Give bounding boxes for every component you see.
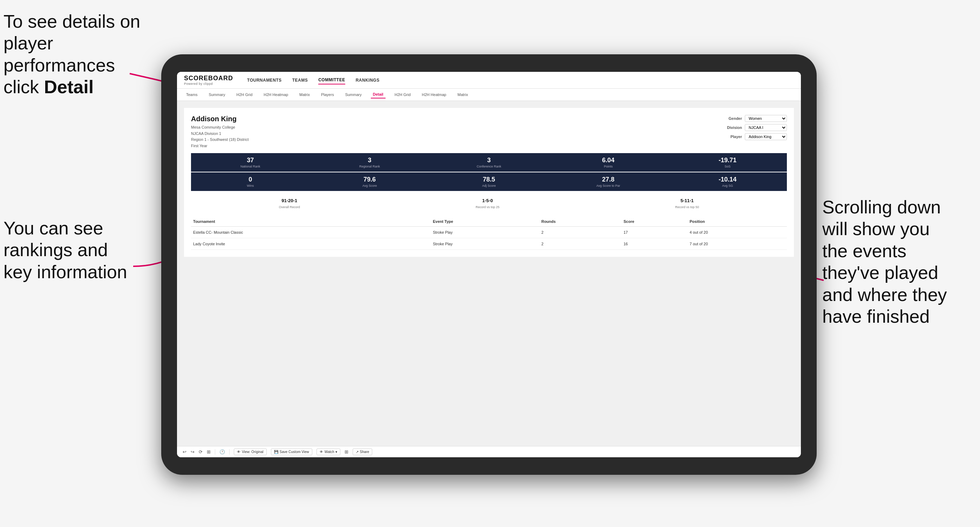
gender-filter: Gender Women Men (724, 115, 787, 122)
annotation-r-line3: the events (822, 241, 907, 261)
annotation-bl-line1: You can see (3, 218, 103, 238)
nav-rankings[interactable]: RANKINGS (356, 76, 380, 84)
annotation-bl-line3: key information (3, 262, 127, 282)
table-cell: 2 (539, 227, 621, 238)
table-row: Estella CC- Mountain ClassicStroke Play2… (191, 227, 787, 238)
grid-icon[interactable]: ⊞ (345, 449, 348, 454)
stats-row2: 0Wins79.6Avg Score78.5Adj Score27.8Avg S… (191, 172, 787, 191)
table-header-cell: Tournament (191, 217, 431, 227)
annotation-topleft: To see details on player performances cl… (3, 11, 144, 98)
clock-icon[interactable]: 🕐 (220, 449, 225, 454)
stats-row1: 37National Rank3Regional Rank3Conference… (191, 153, 787, 172)
player-select[interactable]: Addison King (745, 133, 787, 140)
table-header-row: TournamentEvent TypeRoundsScorePosition (191, 217, 787, 227)
eye-icon: 👁 (237, 450, 240, 454)
division-filter: Division NJCAA I NJCAA II (724, 124, 787, 131)
separator1 (215, 449, 215, 455)
subnav-h2h-heatmap[interactable]: H2H Heatmap (261, 91, 290, 98)
stat-cell: 79.6Avg Score (310, 172, 429, 191)
sub-nav: Teams Summary H2H Grid H2H Heatmap Matri… (177, 89, 801, 101)
gender-select[interactable]: Women Men (745, 115, 787, 122)
undo-icon[interactable]: ↩ (183, 449, 186, 454)
table-cell: 4 out of 20 (688, 227, 787, 238)
player-filters: Gender Women Men Division NJCAA I NJCAA … (724, 115, 787, 149)
annotation-r-line4: they've played (822, 262, 938, 283)
table-header-cell: Rounds (539, 217, 621, 227)
subnav-h2h-grid2[interactable]: H2H Grid (393, 91, 413, 98)
table-cell: 17 (621, 227, 688, 238)
redo-icon[interactable]: ↪ (191, 449, 194, 454)
player-year: First Year (191, 143, 248, 149)
logo-area: SCOREBOARD Powered by clippd (184, 75, 233, 86)
gender-label: Gender (724, 116, 742, 121)
stat-cell: 3Regional Rank (310, 153, 429, 172)
table-cell: 16 (621, 238, 688, 250)
logo-sub: Powered by clippd (184, 82, 213, 86)
watch-btn[interactable]: 👁 Watch ▾ (317, 449, 340, 455)
player-header: Addison King Mesa Community College NJCA… (191, 115, 787, 149)
nav-committee[interactable]: COMMITTEE (318, 76, 345, 84)
record-item: 91-20-1Overall Record (279, 198, 300, 210)
annotation-line2: player performances (3, 33, 115, 75)
annotation-r-line2: will show you (822, 219, 929, 239)
table-cell: 2 (539, 238, 621, 250)
logo-text: SCOREBOARD (184, 75, 233, 82)
stat-cell: 27.8Avg Score to Par (549, 172, 667, 191)
player-label: Player (724, 135, 742, 139)
refresh-icon[interactable]: ⟳ (199, 449, 203, 454)
tablet-device: SCOREBOARD Powered by clippd TOURNAMENTS… (161, 54, 817, 475)
table-cell: 7 out of 20 (688, 238, 787, 250)
table-cell: Stroke Play (431, 238, 539, 250)
table-cell: Lady Coyote Invite (191, 238, 431, 250)
subnav-h2h-grid[interactable]: H2H Grid (234, 91, 255, 98)
player-school: Mesa Community College (191, 124, 248, 131)
app-header: SCOREBOARD Powered by clippd TOURNAMENTS… (177, 72, 801, 89)
annotation-line3: click Detail (3, 77, 94, 97)
nav-teams[interactable]: TEAMS (292, 76, 308, 84)
share-btn[interactable]: ↗ Share (353, 449, 372, 455)
tournament-table: TournamentEvent TypeRoundsScorePosition … (191, 217, 787, 250)
stat-cell: 6.04Points (549, 153, 667, 172)
save-custom-view-btn[interactable]: 💾 Save Custom View (271, 449, 312, 455)
player-region: Region 1 - Southwest (18) District (191, 137, 248, 143)
player-division: NJCAA Division 1 (191, 131, 248, 137)
player-card: Addison King Mesa Community College NJCA… (184, 108, 794, 257)
subnav-players[interactable]: Players (319, 91, 336, 98)
main-nav: TOURNAMENTS TEAMS COMMITTEE RANKINGS (247, 76, 380, 84)
share-icon: ↗ (356, 450, 359, 454)
annotation-r-line5: and where they (822, 284, 947, 305)
table-header: TournamentEvent TypeRoundsScorePosition (191, 217, 787, 227)
annotation-line1: To see details on (3, 11, 140, 32)
table-header-cell: Position (688, 217, 787, 227)
tablet-screen: SCOREBOARD Powered by clippd TOURNAMENTS… (177, 72, 801, 457)
table-row: Lady Coyote InviteStroke Play2167 out of… (191, 238, 787, 250)
nav-tournaments[interactable]: TOURNAMENTS (247, 76, 282, 84)
table-header-cell: Score (621, 217, 688, 227)
annotation-bl-line2: rankings and (3, 240, 108, 260)
player-name: Addison King (191, 115, 248, 123)
record-item: 1-5-0Record vs top 25 (476, 198, 500, 210)
division-label: Division (724, 125, 742, 130)
zoom-icon[interactable]: ⊞ (207, 449, 211, 454)
subnav-detail[interactable]: Detail (371, 91, 385, 98)
save-icon: 💾 (274, 450, 278, 454)
subnav-h2h-heatmap2[interactable]: H2H Heatmap (420, 91, 449, 98)
content-area[interactable]: Addison King Mesa Community College NJCA… (177, 101, 801, 446)
stat-cell: 78.5Adj Score (430, 172, 548, 191)
annotation-r-line6: have finished (822, 306, 929, 327)
subnav-matrix[interactable]: Matrix (297, 91, 312, 98)
subnav-teams[interactable]: Teams (184, 91, 199, 98)
subnav-summary[interactable]: Summary (207, 91, 227, 98)
subnav-summary2[interactable]: Summary (343, 91, 364, 98)
annotation-r-line1: Scrolling down (822, 197, 941, 217)
bottom-toolbar: ↩ ↪ ⟳ ⊞ 🕐 👁 View: Original 💾 Save Custom… (177, 446, 801, 457)
view-original-btn[interactable]: 👁 View: Original (234, 449, 267, 455)
stat-cell: -19.71SoS (668, 153, 787, 172)
subnav-matrix2[interactable]: Matrix (455, 91, 470, 98)
table-header-cell: Event Type (431, 217, 539, 227)
stat-cell: 37National Rank (191, 153, 310, 172)
record-item: 5-11-1Record vs top 50 (675, 198, 699, 210)
table-cell: Estella CC- Mountain Classic (191, 227, 431, 238)
division-select[interactable]: NJCAA I NJCAA II (745, 124, 787, 131)
watch-icon: 👁 (320, 450, 323, 454)
